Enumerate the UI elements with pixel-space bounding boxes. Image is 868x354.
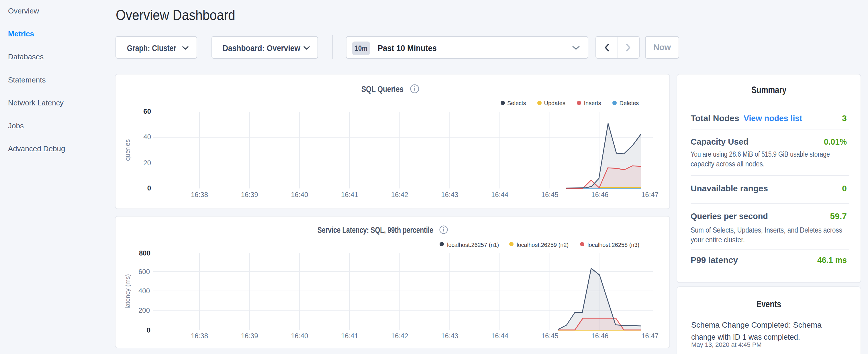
svg-text:0: 0: [147, 184, 151, 192]
svg-text:16:39: 16:39: [241, 332, 258, 340]
svg-text:latency (ms): latency (ms): [124, 274, 131, 309]
svg-text:400: 400: [138, 287, 150, 295]
svg-text:16:43: 16:43: [441, 332, 458, 340]
svg-text:queries: queries: [124, 139, 131, 161]
svg-text:16:41: 16:41: [341, 332, 358, 340]
svg-text:16:39: 16:39: [241, 191, 258, 198]
svg-text:0: 0: [147, 326, 150, 334]
svg-text:16:40: 16:40: [291, 191, 308, 198]
svg-text:16:40: 16:40: [291, 332, 308, 340]
svg-text:60: 60: [143, 107, 151, 115]
svg-text:16:42: 16:42: [391, 332, 408, 340]
svg-text:20: 20: [143, 159, 151, 167]
svg-text:600: 600: [138, 268, 150, 276]
svg-text:16:41: 16:41: [341, 191, 358, 198]
svg-text:16:42: 16:42: [391, 191, 408, 198]
svg-text:16:43: 16:43: [441, 191, 458, 198]
svg-text:16:45: 16:45: [541, 191, 559, 198]
svg-text:16:47: 16:47: [641, 191, 658, 198]
svg-text:16:38: 16:38: [191, 191, 208, 198]
svg-text:16:38: 16:38: [191, 332, 208, 340]
svg-text:16:47: 16:47: [641, 332, 658, 340]
svg-text:800: 800: [139, 249, 150, 257]
svg-text:16:44: 16:44: [491, 332, 508, 340]
svg-text:40: 40: [143, 133, 151, 141]
svg-text:200: 200: [138, 307, 150, 314]
svg-text:16:44: 16:44: [491, 191, 508, 198]
svg-text:16:46: 16:46: [591, 191, 608, 198]
svg-text:16:46: 16:46: [591, 332, 608, 340]
svg-text:16:45: 16:45: [541, 332, 559, 340]
